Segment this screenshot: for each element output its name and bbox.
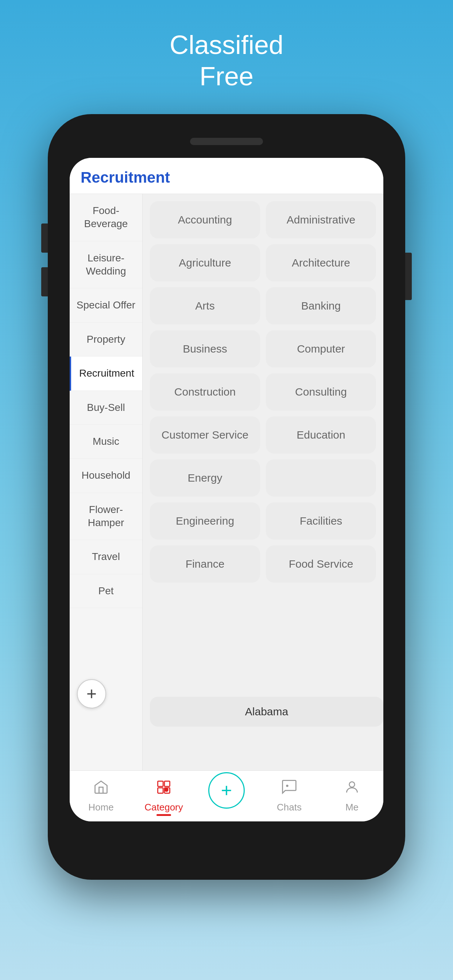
nav-me[interactable]: Me [321,779,383,813]
category-grid: AccountingAdministrativeAgricultureArchi… [150,201,376,582]
fab-button[interactable]: + [77,679,106,708]
sidebar-item-travel[interactable]: Travel [70,540,142,574]
sidebar-item-household[interactable]: Household [70,459,142,493]
screen-content: Recruitment Food-Beverage Leisure-Weddin… [70,158,383,770]
category-btn-agriculture[interactable]: Agriculture [150,244,260,282]
sidebar-item-food-beverage[interactable]: Food-Beverage [70,194,142,241]
nav-home-label: Home [88,802,113,813]
phone-screen: Recruitment Food-Beverage Leisure-Weddin… [70,158,383,821]
sidebar-item-leisure-wedding[interactable]: Leisure-Wedding [70,241,142,289]
nav-add-button[interactable]: + [208,772,245,809]
category-btn-education[interactable]: Education [266,416,376,453]
category-icon [156,779,172,799]
phone-speaker [190,138,263,145]
svg-point-5 [287,785,288,786]
bottom-nav: Home Category + [70,770,383,821]
category-btn-construction[interactable]: Construction [150,373,260,410]
category-area: AccountingAdministrativeAgricultureArchi… [143,194,383,770]
main-area: Food-Beverage Leisure-Wedding Special Of… [70,194,383,770]
category-btn-architecture[interactable]: Architecture [266,244,376,282]
category-btn-administrative[interactable]: Administrative [266,201,376,239]
category-btn-arts[interactable]: Arts [150,287,260,325]
me-icon [344,779,360,799]
alabama-bar[interactable]: Alabama [150,697,383,727]
sidebar-item-flower-hamper[interactable]: Flower-Hamper [70,493,142,540]
sidebar-item-music[interactable]: Music [70,425,142,459]
category-btn-banking[interactable]: Banking [266,287,376,325]
svg-point-4 [164,788,169,792]
phone-top [48,114,405,158]
svg-point-6 [349,782,355,787]
category-btn-computer[interactable]: Computer [266,330,376,368]
home-icon [93,779,109,799]
svg-rect-2 [158,788,163,793]
sidebar-item-special-offer[interactable]: Special Offer [70,288,142,322]
app-title: Classified Free [170,29,283,92]
chats-icon [281,779,297,799]
category-btn-accounting[interactable]: Accounting [150,201,260,239]
category-btn-engineering[interactable]: Engineering [150,503,260,539]
sidebar-item-buy-sell[interactable]: Buy-Sell [70,391,142,425]
category-btn-facilities[interactable]: Facilities [266,503,376,539]
nav-add[interactable]: + [195,783,258,809]
nav-category-label: Category [144,802,183,813]
phone-frame: Recruitment Food-Beverage Leisure-Weddin… [48,114,405,880]
category-btn-business[interactable]: Business [150,330,260,368]
app-header: Recruitment [70,158,383,194]
sidebar-item-property[interactable]: Property [70,323,142,356]
nav-home[interactable]: Home [70,779,132,813]
category-btn-empty [266,460,376,496]
nav-chats[interactable]: Chats [258,779,321,813]
sidebar-item-recruitment[interactable]: Recruitment [70,356,142,390]
sidebar-item-pet[interactable]: Pet [70,574,142,608]
nav-chats-label: Chats [277,802,301,813]
category-btn-energy[interactable]: Energy [150,460,260,496]
svg-rect-0 [158,781,163,786]
nav-category[interactable]: Category [132,779,195,813]
page-title: Recruitment [81,169,170,186]
svg-rect-1 [164,781,170,786]
category-btn-finance[interactable]: Finance [150,546,260,582]
category-btn-consulting[interactable]: Consulting [266,373,376,410]
category-btn-food-service[interactable]: Food Service [266,546,376,582]
category-btn-customer-service[interactable]: Customer Service [150,416,260,453]
nav-me-label: Me [345,802,359,813]
